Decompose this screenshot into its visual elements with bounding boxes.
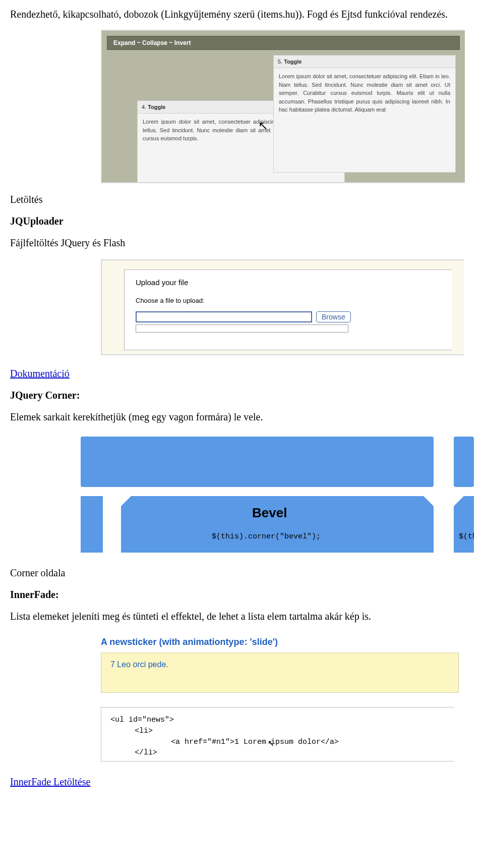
file-path-input[interactable] [136,311,312,322]
fig-innerfade: A newsticker (with animationtype: 'slide… [101,634,464,762]
innerfade-desc: Lista elemeket jeleníti meg és tünteti e… [10,610,474,623]
innerfade-title: InnerFade: [10,588,474,601]
fig1-canvas: 5. Toggle Lorem ipsum dolor sit amet, co… [107,55,465,183]
jquploader-desc: Fájlfeltöltés JQuery és Flash [10,237,474,249]
panel-5-num: 5. [278,59,282,65]
newsticker-heading: A newsticker (with animationtype: 'slide… [101,637,464,647]
documentation-link[interactable]: Dokumentáció [10,368,70,379]
corner-card-left [81,496,103,553]
bevel-card-code: $(this).corner("bevel"); [212,532,321,541]
fig-upload-box: Upload your file Choose a file to upload… [101,259,464,355]
bevel-card-code-2: $(this) [459,532,474,541]
upload-choose-label: Choose a file to upload: [136,297,441,304]
corner-page-text: Corner oldala [10,567,474,579]
browse-button[interactable]: Browse [316,311,351,322]
toolbar-expand-collapse-invert[interactable]: Expand ~ Collapse ~ Invert [107,36,460,50]
jquery-corner-desc: Elemek sarkait kerekíthetjük (meg egy va… [10,411,474,423]
code-l4: </li> [110,747,445,758]
innerfade-download-link[interactable]: InnerFade Letöltése [10,776,90,787]
cursor-icon-2: ↖ [268,736,274,749]
ticker-item[interactable]: 7 Leo orci pede. [110,660,168,669]
code-l2: <li> [110,726,445,737]
corner-card-top [81,437,434,487]
upload-title: Upload your file [136,278,441,287]
intro-text: Rendezhető, kikapcsolható, dobozok (Link… [10,8,474,21]
jquploader-title: JQUploader [10,215,474,228]
panel-4-label: Toggle [148,104,165,110]
fig-corner-bevel: Bevel $(this).corner("bevel"); $(this) [81,437,474,553]
code-l1: <ul id="news"> [110,715,445,726]
corner-card-top-right [454,437,474,487]
panel-5-header[interactable]: 5. Toggle [274,56,455,68]
download-link-1: Letöltés [10,193,474,206]
corner-card-right [454,496,474,553]
fig-toggle-panels: Expand ~ Collapse ~ Invert 5. Toggle Lor… [101,30,465,183]
upload-progress-bar [136,324,348,333]
panel-4-num: 4. [142,104,146,110]
panel-5-body: Lorem ipsum dolor sit amet, consectetuer… [274,68,455,172]
innerfade-code-box: <ul id="news"> <li> <a href="#n1">1 Lore… [101,707,454,762]
panel-5-toggle[interactable]: 5. Toggle Lorem ipsum dolor sit amet, co… [273,55,456,173]
corner-card-bevel: Bevel $(this).corner("bevel"); [121,496,434,553]
panel-5-label: Toggle [284,59,301,65]
upload-form: Upload your file Choose a file to upload… [124,269,452,350]
newsticker-box: 7 Leo orci pede. [101,653,459,693]
code-l3: <a href="#n1">1 Lorem ipsum dolor</a> [110,737,445,748]
bevel-card-title: Bevel [252,505,287,521]
jquery-corner-title: JQuery Corner: [10,389,474,402]
